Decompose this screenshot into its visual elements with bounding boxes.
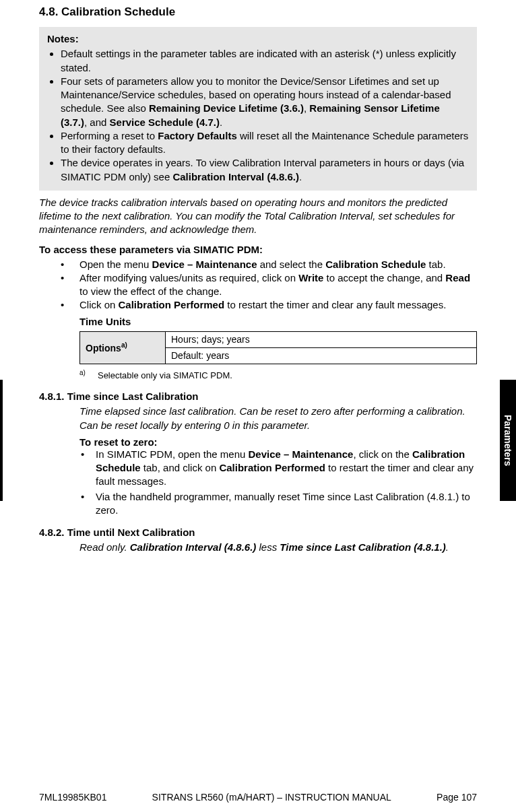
list-item: Performing a reset to Factory Defaults w…: [61, 129, 469, 157]
subsection-482-number: 4.8.2.: [39, 527, 65, 538]
subsection-481-heading: 4.8.1. Time since Last Calibration: [39, 391, 477, 402]
footer-pagenum: Page 107: [437, 792, 477, 803]
subsection-481-number: 4.8.1.: [39, 391, 65, 402]
subsection-481-title: Time since Last Calibration: [67, 391, 199, 402]
reset-list: In SIMATIC PDM, open the menu Device – M…: [79, 448, 477, 517]
notes-list: Default settings in the parameter tables…: [47, 47, 469, 184]
section-title-text: Calibration Schedule: [61, 5, 175, 18]
side-tab: Parameters: [500, 380, 516, 501]
subsection-482-description: Read only. Calibration Interval (4.8.6.)…: [79, 541, 477, 554]
side-tab-label: Parameters: [503, 415, 513, 466]
footer-docnum: 7ML19985KB01: [39, 792, 106, 803]
list-item: Four sets of parameters allow you to mon…: [61, 75, 469, 129]
access-heading: To access these parameters via SIMATIC P…: [39, 244, 477, 255]
reset-heading: To reset to zero:: [79, 436, 477, 448]
section-heading: 4.8. Calibration Schedule: [39, 5, 477, 19]
notes-box: Notes: Default settings in the parameter…: [39, 27, 477, 191]
list-item: Click on Calibration Performed to restar…: [79, 298, 477, 312]
footer-title: SITRANS LR560 (mA/HART) – INSTRUCTION MA…: [106, 792, 437, 803]
list-item: Default settings in the parameter tables…: [61, 47, 469, 75]
notes-heading: Notes:: [47, 32, 469, 46]
section-number: 4.8.: [39, 5, 58, 18]
time-units-heading: Time Units: [79, 315, 477, 329]
options-footnote: a) Selectable only via SIMATIC PDM.: [79, 368, 477, 382]
access-list: Open the menu Device – Maintenance and s…: [39, 258, 477, 312]
time-units-block: Time Units Optionsa) Hours; days; years …: [79, 315, 477, 382]
subsection-482-heading: 4.8.2. Time until Next Calibration: [39, 527, 477, 538]
page-footer: 7ML19985KB01 SITRANS LR560 (mA/HART) – I…: [39, 792, 477, 803]
left-edge-stub: [0, 380, 3, 501]
options-superscript: a): [121, 341, 127, 349]
list-item: Open the menu Device – Maintenance and s…: [79, 258, 477, 271]
list-item: The device operates in years. To view Ca…: [61, 156, 469, 184]
subsection-482-body: Read only. Calibration Interval (4.8.6.)…: [79, 541, 477, 554]
subsection-482-title: Time until Next Calibration: [67, 527, 195, 538]
intro-paragraph: The device tracks calibration intervals …: [39, 196, 477, 237]
list-item: Via the handheld programmer, manually re…: [96, 490, 477, 518]
footnote-text: Selectable only via SIMATIC PDM.: [98, 370, 232, 380]
subsection-481-description: Time elapsed since last calibration. Can…: [79, 405, 477, 432]
options-table: Optionsa) Hours; days; years Default: ye…: [79, 331, 477, 364]
footnote-mark: a): [79, 369, 86, 376]
options-row-2: Default: years: [166, 347, 477, 364]
options-label-cell: Optionsa): [80, 331, 166, 364]
options-label: Options: [86, 343, 121, 353]
options-row-1: Hours; days; years: [166, 331, 477, 347]
list-item: In SIMATIC PDM, open the menu Device – M…: [96, 448, 477, 489]
list-item: After modifying values/units as required…: [79, 271, 477, 299]
page: 4.8. Calibration Schedule Notes: Default…: [0, 5, 516, 812]
subsection-481-body: Time elapsed since last calibration. Can…: [79, 405, 477, 517]
